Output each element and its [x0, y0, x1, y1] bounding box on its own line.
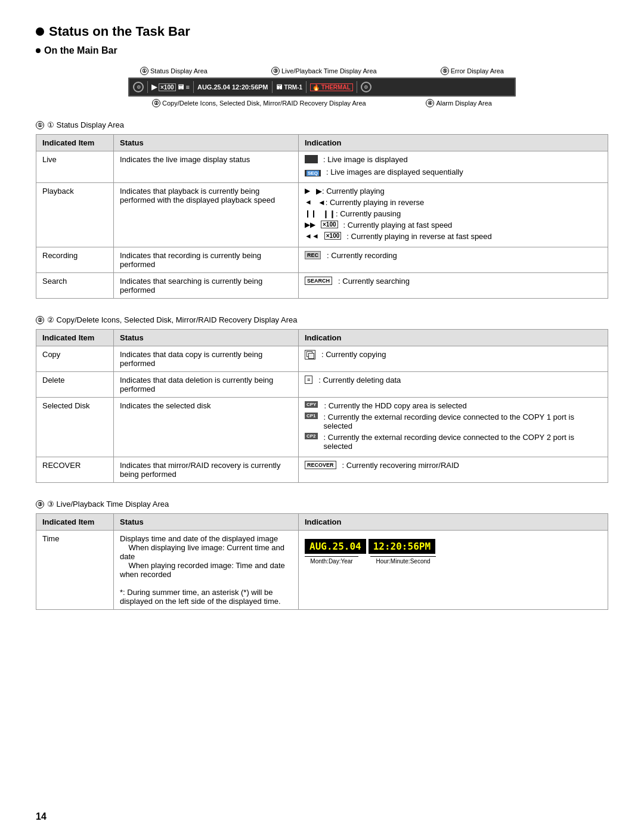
- status-delete: Indicates that data deletion is currentl…: [114, 372, 299, 398]
- top-annotations: ① Status Display Area ③ Live/Playback Ti…: [128, 67, 516, 75]
- live-ind-2: SEQ : Live images are displayed sequenti…: [305, 168, 602, 176]
- taskbar-diagram: ① Status Display Area ③ Live/Playback Ti…: [128, 67, 516, 107]
- disk-icon-2: 🖬: [276, 83, 283, 91]
- play-ind-1: ▶ ▶: Currently playing: [305, 187, 602, 196]
- time-display-visual: AUG.25.04 12:20:56PM Month:Day:Year Hour…: [305, 539, 436, 565]
- s3-col2-header: Status: [114, 514, 299, 531]
- table-row: Recording Indicates that recording is cu…: [36, 247, 608, 273]
- reverse-icon: ◄: [305, 198, 312, 206]
- annotation-1: ① Status Display Area: [140, 67, 208, 75]
- section3-label: ③ ③ Live/Playback Time Display Area: [36, 500, 608, 509]
- play-ind-2: ◄ ◄: Currently playing in reverse: [305, 198, 602, 207]
- cp1-badge: CP1: [305, 413, 318, 419]
- play-icon: ▶: [305, 187, 310, 195]
- col3-header: Indication: [299, 135, 608, 151]
- bottom-annotations: ② Copy/Delete Icons, Selected Disk, Mirr…: [128, 99, 516, 107]
- pause-icon: ❙❙: [305, 209, 317, 218]
- indication-search: SEARCH : Currently searching: [299, 273, 608, 299]
- trm-label: TRM-1: [284, 84, 303, 91]
- section3-table: Indicated Item Status Indication Time Di…: [36, 513, 608, 610]
- s3-col1-header: Indicated Item: [36, 514, 114, 531]
- cpy-badge: CPY: [305, 401, 318, 408]
- disk-icon: 🖬: [178, 83, 184, 91]
- x100-rev: ×100: [324, 232, 342, 240]
- search-badge: SEARCH: [305, 277, 332, 285]
- disk-cp1-ind: CP1 : Currently the external recording d…: [305, 413, 602, 430]
- divider-4: [306, 81, 306, 93]
- col2-header: Status: [114, 135, 299, 151]
- rec-badge: REC: [305, 251, 321, 259]
- table-row: Playback Indicates that playback is curr…: [36, 183, 608, 247]
- divider-1: [147, 81, 148, 93]
- indication-playback: ▶ ▶: Currently playing ◄ ◄: Currently pl…: [299, 183, 608, 247]
- section2-label: ② ② Copy/Delete Icons, Selected Disk, Mi…: [36, 315, 608, 324]
- table-row: Copy Indicates that data copy is current…: [36, 346, 608, 372]
- status-live: Indicates the live image display status: [114, 151, 299, 183]
- date-display: AUG.25.04: [197, 83, 230, 91]
- s2-col2-header: Status: [114, 330, 299, 346]
- annotation-2: ② Copy/Delete Icons, Selected Disk, Mirr…: [152, 99, 366, 107]
- rec-ind: REC : Currently recording: [305, 251, 602, 260]
- live-icon-1: [305, 155, 320, 165]
- annotation-3: ③ Live/Playback Time Display Area: [271, 67, 377, 75]
- indication-selected-disk: CPY : Currently the HDD copy area is sel…: [299, 398, 608, 457]
- copy-icons: ≡: [186, 83, 190, 91]
- item-playback: Playback: [36, 183, 114, 247]
- live-seq-icon: SEQ: [305, 168, 323, 176]
- item-recording: Recording: [36, 247, 114, 273]
- time-clock-badge: 12:20:56PM: [369, 539, 435, 554]
- divider-3: [272, 81, 273, 93]
- divider-5: [357, 81, 357, 93]
- datetime-segment: AUG.25.04 12:20:56PM: [197, 83, 268, 91]
- delete-icon: ≡: [305, 376, 312, 384]
- page-number: 14: [36, 811, 47, 822]
- search-ind: SEARCH : Currently searching: [305, 277, 602, 286]
- indication-live: : Live image is displayed SEQ : Live ima…: [299, 151, 608, 183]
- sub-title: On the Main Bar: [36, 45, 608, 56]
- gear-icon-2: ⚙: [361, 82, 371, 92]
- indication-time: AUG.25.04 12:20:56PM Month:Day:Year Hour…: [299, 531, 608, 610]
- table-row: Time Displays time and date of the displ…: [36, 531, 608, 610]
- playback-segment: ▶ ×100 🖬 ≡: [151, 83, 190, 91]
- status-search: Indicates that searching is currently be…: [114, 273, 299, 299]
- x100-badge: ×100: [159, 83, 176, 91]
- table-row: RECOVER Indicates that mirror/RAID recov…: [36, 457, 608, 483]
- play-icon: ▶: [151, 83, 157, 91]
- item-recover: RECOVER: [36, 457, 114, 483]
- recover-badge: RECOVER: [305, 461, 336, 469]
- alarm-segment: 🔥 THERMAL: [310, 83, 353, 91]
- s2-col1-header: Indicated Item: [36, 330, 114, 346]
- s3-col3-header: Indication: [299, 514, 608, 531]
- section2-table: Indicated Item Status Indication Copy In…: [36, 329, 608, 483]
- item-time: Time: [36, 531, 114, 610]
- play-ind-4: ▶▶ ×100 : Currently playing at fast spee…: [305, 221, 602, 230]
- col1-header: Indicated Item: [36, 135, 114, 151]
- status-time: Displays time and date of the displayed …: [114, 531, 299, 610]
- indication-recording: REC : Currently recording: [299, 247, 608, 273]
- live-ind-1: : Live image is displayed: [305, 155, 602, 165]
- status-recording: Indicates that recording is currently be…: [114, 247, 299, 273]
- sub-bullet: [36, 48, 41, 53]
- play-ind-3: ❙❙ ❙❙: Currently pausing: [305, 209, 602, 218]
- trm-segment: 🖬 TRM-1: [276, 83, 303, 91]
- time-bar: AUG.25.04 12:20:56PM: [305, 539, 435, 554]
- thermal-badge: 🔥 THERMAL: [310, 83, 353, 91]
- item-delete: Delete: [36, 372, 114, 398]
- fast-fwd-icon: ▶▶: [305, 221, 315, 229]
- status-copy: Indicates that data copy is currently be…: [114, 346, 299, 372]
- time-label-date: Month:Day:Year: [305, 556, 358, 565]
- fast-rev-icon: ◄◄: [305, 232, 319, 240]
- table-row: Live Indicates the live image display st…: [36, 151, 608, 183]
- indication-delete: ≡ : Currently deleting data: [299, 372, 608, 398]
- annotation-5: ⑤ Error Display Area: [441, 67, 504, 75]
- section1-label: ① ① Status Display Area: [36, 120, 608, 129]
- section1-table: Indicated Item Status Indication Live In…: [36, 134, 608, 299]
- delete-ind: ≡ : Currently deleting data: [305, 376, 602, 385]
- page-title: Status on the Task Bar: [36, 24, 608, 39]
- status-recover: Indicates that mirror/RAID recovery is c…: [114, 457, 299, 483]
- s2-col3-header: Indication: [299, 330, 608, 346]
- item-search: Search: [36, 273, 114, 299]
- divider-2: [193, 81, 194, 93]
- status-selected-disk: Indicates the selected disk: [114, 398, 299, 457]
- item-copy: Copy: [36, 346, 114, 372]
